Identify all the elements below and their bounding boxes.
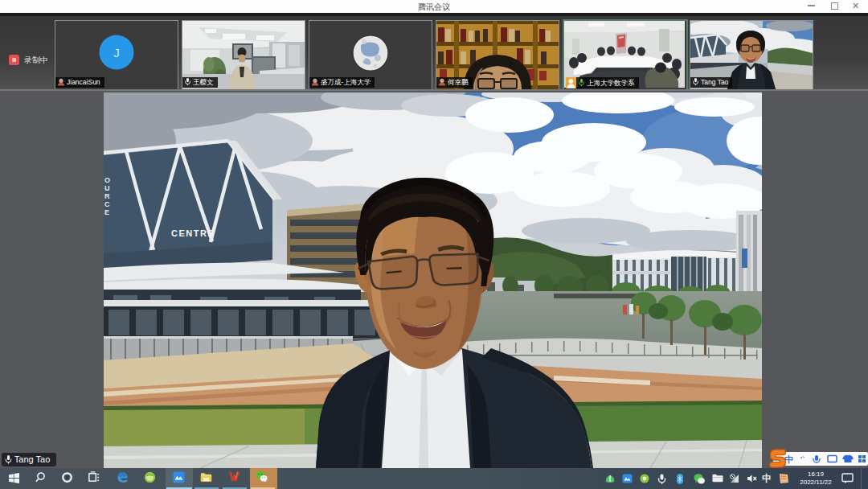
svg-text:E: E	[104, 208, 109, 216]
svg-text:'`: '`	[800, 455, 805, 463]
svg-text:O: O	[104, 176, 110, 184]
svg-text:CENTRE: CENTRE	[171, 228, 215, 238]
svg-text:R: R	[104, 192, 110, 200]
svg-text:C: C	[104, 200, 110, 208]
svg-text:U: U	[104, 184, 110, 192]
svg-text:J: J	[113, 46, 120, 60]
